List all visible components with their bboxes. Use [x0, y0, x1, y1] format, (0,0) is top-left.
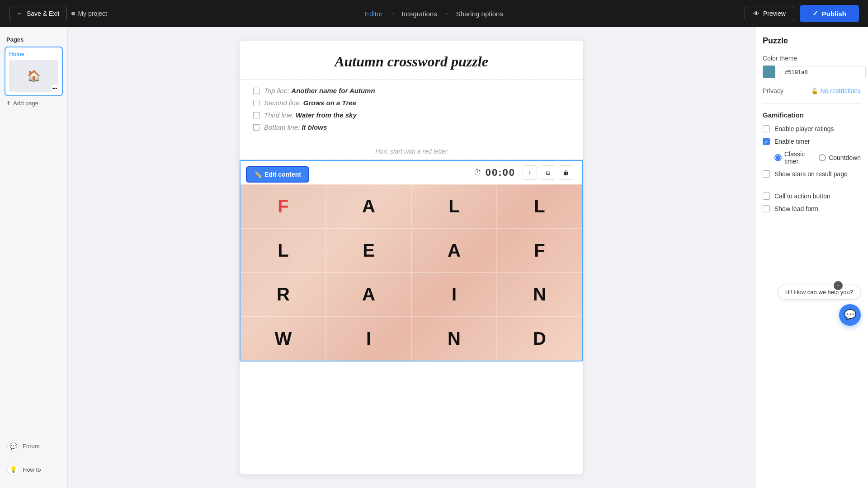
topbar-nav: Editor → Integrations → Sharing options	[365, 10, 503, 18]
pencil-icon: ✏️	[254, 171, 262, 178]
show-lead-form-label: Show lead form	[774, 205, 818, 212]
color-theme-label: Color theme	[763, 55, 861, 62]
countdown-option[interactable]: Countdown	[819, 154, 861, 161]
privacy-text: No restrictions	[821, 87, 861, 94]
call-to-action-label: Call to action button	[774, 192, 830, 200]
puzzle-title-section: Autumn crossword puzzle	[240, 41, 583, 80]
publish-button[interactable]: ✓ Publish	[800, 5, 859, 22]
main-layout: Pages Home 🏠 ••• + Add page 💬 Forum 💡 Ho…	[0, 27, 868, 488]
clue-checkbox-3[interactable]	[253, 112, 259, 118]
cell-2-1[interactable]: A	[326, 272, 411, 317]
clue-row-3: Third line: Water from the sky	[253, 111, 570, 119]
privacy-value[interactable]: 🔓 No restrictions	[811, 87, 861, 94]
project-name: My project	[71, 10, 107, 17]
timer-type-group: Classic timer Countdown	[774, 150, 861, 165]
plus-icon: +	[6, 99, 10, 107]
clue-text-2: Grows on a Tree	[303, 99, 356, 107]
chat-open-button[interactable]: 💬	[839, 304, 861, 326]
enable-player-ratings-row: Enable player ratings	[763, 125, 861, 132]
move-up-button[interactable]: ↑	[523, 165, 537, 180]
color-theme-row	[763, 66, 861, 78]
show-lead-form-checkbox[interactable]	[763, 205, 770, 212]
center-content: Autumn crossword puzzle Top line: Anothe…	[68, 27, 755, 488]
clue-text-1: Another name for Autumn	[291, 87, 375, 94]
clue-checkbox-2[interactable]	[253, 100, 259, 106]
enable-player-ratings-checkbox[interactable]	[763, 125, 770, 132]
classic-timer-label: Classic timer	[784, 150, 810, 165]
gamification-title: Gamification	[763, 111, 861, 119]
nav-sharing-options[interactable]: Sharing options	[456, 10, 503, 18]
copy-button[interactable]: ⧉	[541, 165, 555, 180]
puzzle-hint: Hint: start with a red letter	[240, 143, 583, 160]
chat-close-button[interactable]: −	[834, 281, 843, 290]
add-page-button[interactable]: + Add page	[5, 96, 63, 110]
howto-item[interactable]: 💡 How to	[5, 460, 63, 479]
howto-icon: 💡	[7, 464, 19, 475]
clue-checkbox-4[interactable]	[253, 124, 259, 131]
divider-2	[763, 185, 861, 185]
save-exit-button[interactable]: ← Save & Exit	[9, 6, 67, 21]
timer-display: 00:00	[486, 167, 515, 178]
color-swatch[interactable]	[763, 66, 775, 78]
cell-2-3[interactable]: N	[497, 272, 582, 317]
classic-timer-option[interactable]: Classic timer	[774, 150, 810, 165]
preview-button[interactable]: 👁 Preview	[745, 6, 794, 21]
status-dot	[71, 12, 75, 15]
cell-2-0[interactable]: R	[241, 272, 326, 317]
call-to-action-row: Call to action button	[763, 192, 861, 200]
nav-arrow-1: →	[389, 10, 395, 17]
cell-0-2[interactable]: L	[411, 184, 497, 229]
cell-1-3[interactable]: F	[497, 229, 582, 273]
enable-player-ratings-label: Enable player ratings	[774, 125, 834, 132]
forum-icon: 💬	[7, 440, 19, 452]
enable-timer-label: Enable timer	[774, 138, 810, 145]
cell-3-2[interactable]: N	[411, 317, 497, 361]
show-stars-checkbox[interactable]	[763, 170, 770, 178]
edit-content-button[interactable]: ✏️ Edit content	[246, 166, 309, 183]
game-controls: ↑ ⧉ 🗑	[523, 165, 573, 180]
cell-0-3[interactable]: L	[497, 184, 582, 229]
nav-editor[interactable]: Editor	[365, 10, 382, 18]
privacy-label: Privacy	[763, 87, 783, 94]
cell-3-0[interactable]: W	[241, 317, 326, 361]
countdown-label: Countdown	[829, 154, 861, 161]
crossword-grid: F A L L L E A F R A I N W I N D	[241, 184, 582, 361]
timer-area: ⏱ 00:00	[474, 167, 515, 178]
cell-0-1[interactable]: A	[326, 184, 411, 229]
cell-2-2[interactable]: I	[411, 272, 497, 317]
puzzle-clues: Top line: Another name for Autumn Second…	[240, 80, 583, 143]
cell-3-1[interactable]: I	[326, 317, 411, 361]
enable-timer-checkbox[interactable]: ✓	[763, 138, 770, 145]
forum-item[interactable]: 💬 Forum	[5, 436, 63, 455]
clue-text-4: It blows	[302, 123, 327, 131]
delete-button[interactable]: 🗑	[559, 165, 573, 180]
cell-1-1[interactable]: E	[326, 229, 411, 273]
cell-0-0[interactable]: F	[241, 184, 326, 229]
cell-3-3[interactable]: D	[497, 317, 582, 361]
cell-1-0[interactable]: L	[241, 229, 326, 273]
home-page-label: Home	[9, 51, 58, 57]
classic-timer-radio[interactable]	[774, 154, 782, 161]
page-more-button[interactable]: •••	[50, 84, 59, 93]
clue-checkbox-1[interactable]	[253, 88, 259, 94]
pages-section: Pages Home 🏠 ••• + Add page	[5, 36, 63, 110]
clue-row-1: Top line: Another name for Autumn	[253, 87, 570, 94]
forum-label: Forum	[23, 443, 40, 450]
nav-integrations[interactable]: Integrations	[401, 10, 437, 18]
page-thumb-icon: 🏠	[27, 70, 41, 82]
lock-icon: 🔓	[811, 88, 818, 94]
divider-1	[763, 103, 861, 104]
cell-1-2[interactable]: A	[411, 229, 497, 273]
check-icon: ✓	[812, 9, 818, 18]
topbar-left: ← Save & Exit My project	[9, 6, 107, 21]
clue-text-3: Water from the sky	[296, 111, 357, 119]
show-stars-label: Show stars on result page	[774, 170, 848, 178]
panel-title: Puzzle	[763, 36, 861, 46]
puzzle-container: Autumn crossword puzzle Top line: Anothe…	[240, 41, 583, 474]
call-to-action-checkbox[interactable]	[763, 192, 770, 200]
pages-title: Pages	[5, 36, 63, 43]
home-page-card[interactable]: Home 🏠 •••	[5, 47, 63, 96]
clue-row-2: Second line: Grows on a Tree	[253, 99, 570, 107]
color-value-input[interactable]	[780, 66, 866, 78]
countdown-radio[interactable]	[819, 154, 826, 161]
